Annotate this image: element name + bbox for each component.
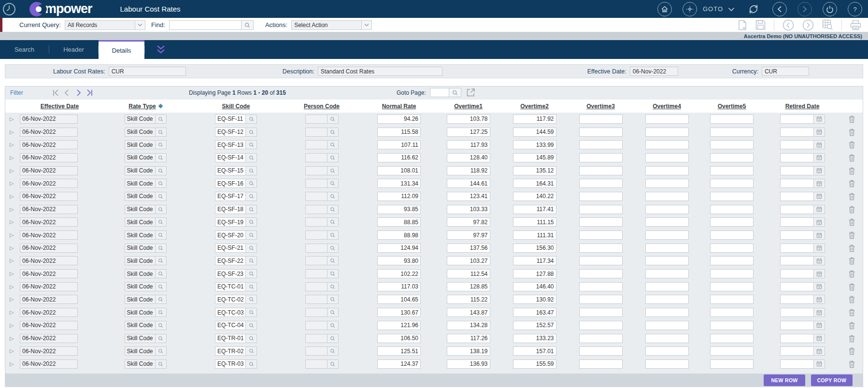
overtime4-input[interactable] (645, 346, 689, 356)
rate-type-input[interactable] (125, 282, 156, 291)
overtime1-input[interactable] (447, 321, 490, 330)
previous-page-icon[interactable] (64, 89, 69, 97)
retired-date-input[interactable] (780, 244, 814, 253)
retired-date-input[interactable] (780, 359, 814, 369)
overtime5-input[interactable] (710, 321, 754, 330)
overtime2-input[interactable] (513, 244, 556, 253)
person-code-lookup-button[interactable] (327, 230, 339, 240)
skill-code-input[interactable] (215, 205, 246, 214)
overtime5-input[interactable] (710, 179, 754, 188)
person-code-lookup-button[interactable] (327, 179, 339, 188)
expand-row-icon[interactable]: ▷ (10, 193, 14, 200)
calendar-button[interactable]: 12 (814, 179, 825, 188)
overtime1-input[interactable] (447, 179, 490, 188)
calendar-button[interactable]: 12 (814, 334, 825, 343)
rate-type-input[interactable] (125, 295, 156, 304)
row-effective-date-input[interactable] (20, 230, 78, 240)
delete-row-button[interactable] (848, 308, 855, 316)
row-effective-date-input[interactable] (20, 217, 78, 227)
save-icon[interactable] (755, 20, 766, 30)
person-code-input[interactable] (305, 244, 327, 253)
rate-type-lookup-button[interactable] (156, 115, 167, 124)
find-search-button[interactable] (242, 20, 254, 30)
row-effective-date-input[interactable] (20, 166, 78, 175)
next-record-icon[interactable] (802, 19, 814, 31)
row-effective-date-input[interactable] (20, 153, 78, 162)
last-page-icon[interactable] (86, 89, 93, 97)
person-code-lookup-button[interactable] (327, 205, 339, 214)
row-effective-date-input[interactable] (20, 244, 78, 253)
normal-rate-input[interactable] (377, 321, 421, 330)
normal-rate-input[interactable] (377, 282, 421, 291)
overtime4-input[interactable] (645, 115, 689, 124)
person-code-input[interactable] (305, 321, 327, 330)
rate-type-input[interactable] (125, 128, 156, 137)
skill-code-input[interactable] (215, 321, 246, 330)
overtime4-input[interactable] (645, 192, 689, 201)
skill-code-input[interactable] (215, 230, 246, 240)
rate-type-input[interactable] (125, 334, 156, 343)
overtime4-input[interactable] (645, 256, 689, 265)
person-code-lookup-button[interactable] (327, 244, 339, 253)
overtime3-input[interactable] (579, 179, 623, 188)
overtime5-input[interactable] (710, 217, 754, 227)
calendar-button[interactable]: 12 (814, 295, 825, 304)
rate-type-input[interactable] (125, 166, 156, 175)
calendar-button[interactable]: 12 (814, 269, 825, 278)
rate-type-input[interactable] (125, 244, 156, 253)
overtime5-input[interactable] (710, 244, 754, 253)
double-chevron-down-icon[interactable] (156, 40, 166, 59)
overtime4-input[interactable] (645, 321, 689, 330)
actions-chevron-icon[interactable] (362, 20, 372, 30)
normal-rate-input[interactable] (377, 192, 421, 201)
overtime1-input[interactable] (447, 140, 490, 149)
skill-code-input[interactable] (215, 359, 246, 369)
delete-row-button[interactable] (848, 295, 855, 303)
overtime5-input[interactable] (710, 256, 754, 265)
person-code-lookup-button[interactable] (327, 115, 339, 124)
rate-type-lookup-button[interactable] (156, 166, 167, 175)
overtime3-input[interactable] (579, 321, 623, 330)
normal-rate-input[interactable] (377, 166, 421, 175)
calendar-button[interactable]: 12 (814, 217, 825, 227)
first-page-icon[interactable] (52, 89, 59, 97)
calendar-button[interactable]: 12 (814, 205, 825, 214)
home-icon[interactable] (657, 2, 672, 16)
overtime1-input[interactable] (447, 217, 490, 227)
row-effective-date-input[interactable] (20, 308, 78, 317)
row-effective-date-input[interactable] (20, 321, 78, 330)
retired-date-input[interactable] (780, 153, 814, 162)
rate-type-input[interactable] (125, 308, 156, 317)
person-code-input[interactable] (305, 230, 327, 240)
overtime4-input[interactable] (645, 244, 689, 253)
new-row-button[interactable]: NEW ROW (764, 374, 805, 386)
rate-type-lookup-button[interactable] (156, 192, 167, 201)
expand-row-icon[interactable]: ▷ (10, 348, 14, 354)
expand-row-icon[interactable]: ▷ (10, 296, 14, 302)
calendar-button[interactable]: 12 (814, 128, 825, 137)
rate-type-lookup-button[interactable] (156, 244, 167, 253)
expand-row-icon[interactable]: ▷ (10, 271, 14, 277)
skill-code-input[interactable] (215, 115, 246, 124)
expand-row-icon[interactable]: ▷ (10, 168, 14, 174)
expand-row-icon[interactable]: ▷ (10, 180, 14, 187)
person-code-input[interactable] (305, 153, 327, 162)
row-effective-date-input[interactable] (20, 334, 78, 343)
rate-type-input[interactable] (125, 217, 156, 227)
new-record-icon[interactable] (738, 20, 747, 30)
skill-code-lookup-button[interactable] (246, 217, 257, 227)
expand-row-icon[interactable]: ▷ (10, 116, 14, 122)
skill-code-lookup-button[interactable] (246, 334, 257, 343)
normal-rate-input[interactable] (377, 140, 421, 149)
overtime2-input[interactable] (513, 128, 556, 137)
person-code-lookup-button[interactable] (327, 153, 339, 162)
skill-code-input[interactable] (215, 256, 246, 265)
overtime1-input[interactable] (447, 128, 490, 137)
overtime5-input[interactable] (710, 282, 754, 291)
tab-search[interactable]: Search (0, 40, 49, 59)
expand-row-icon[interactable]: ▷ (10, 219, 14, 225)
column-header-overtime3[interactable]: Overtime3 (568, 103, 634, 110)
actions-select[interactable]: Select Action (291, 20, 372, 30)
overtime5-input[interactable] (710, 140, 754, 149)
skill-code-lookup-button[interactable] (246, 295, 257, 304)
